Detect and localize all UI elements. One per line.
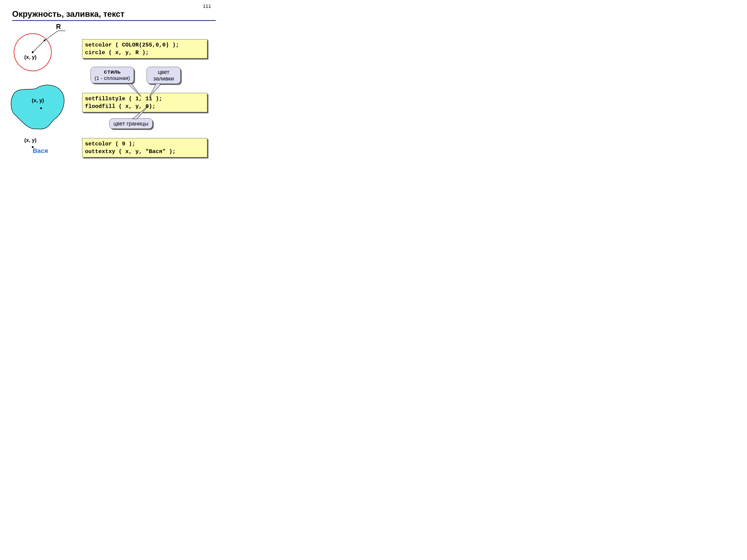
radius-label: R: [56, 23, 61, 31]
callout-style: стиль (1 - сплошная): [91, 67, 134, 83]
callout-bordercolor: цвет границы: [109, 118, 153, 129]
svg-point-6: [40, 107, 42, 109]
fill-point-label: (x, y): [32, 98, 44, 103]
output-text: Вася: [33, 147, 48, 154]
callout-style-bold: стиль: [95, 69, 130, 75]
code-text: setcolor ( 9 ); outtextxy ( x, y, "Вася"…: [82, 138, 207, 157]
code-fill: setfillstyle ( 1, 11 ); floodfill ( x, y…: [82, 93, 207, 112]
code-circle: setcolor ( COLOR(255,0,0) ); circle ( x,…: [82, 39, 207, 58]
svg-line-2: [33, 39, 46, 52]
title-underline: [12, 20, 216, 21]
callout-fillcolor-text: цвет заливки: [151, 69, 177, 82]
callout-style-plain: (1 - сплошная): [95, 75, 130, 81]
page-number: 111: [203, 3, 211, 9]
svg-point-0: [14, 34, 51, 71]
svg-marker-3: [43, 39, 46, 42]
callout-fillcolor: цвет заливки: [147, 67, 181, 84]
circle-center-label: (x, y): [24, 54, 36, 60]
svg-line-4: [43, 31, 58, 42]
svg-point-1: [32, 51, 34, 53]
text-point-label: (x, y): [24, 137, 36, 143]
callout-bordercolor-text: цвет границы: [113, 121, 149, 127]
slide-title: Окружность, заливка, текст: [12, 9, 124, 19]
